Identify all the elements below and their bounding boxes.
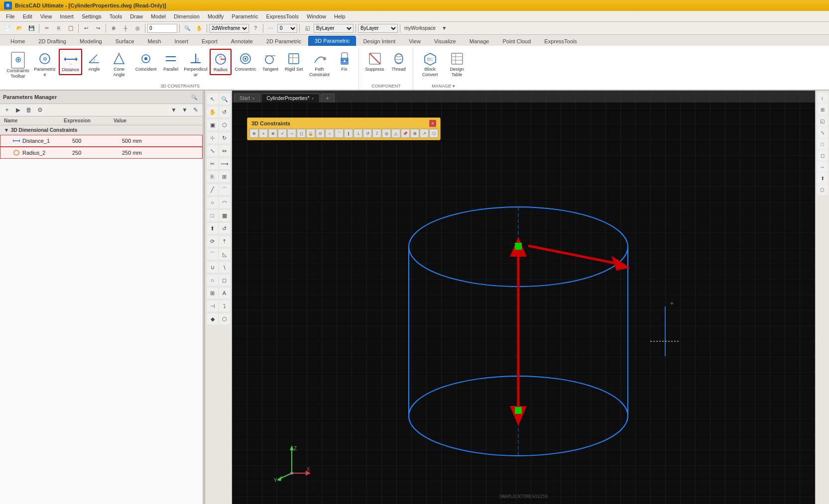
menu-item-tools[interactable]: Tools (106, 12, 126, 20)
ribbon-tool-parametrize[interactable]: ⚙ Parametrize (32, 49, 58, 80)
tab-modeling[interactable]: Modeling (73, 36, 109, 46)
params-delete-btn[interactable]: 🗑 (24, 105, 34, 114)
toolbar-layer[interactable]: ◱ (302, 23, 313, 33)
tool-intersect[interactable]: ∩ (207, 275, 218, 286)
params-filter1-btn[interactable]: ▼ (169, 105, 179, 114)
ribbon-tool-radius[interactable]: R Radius (210, 49, 232, 75)
tab-surface[interactable]: Surface (109, 36, 141, 46)
params-group-3d-dimensional[interactable]: ▼ 3D Dimensional Constraints (0, 125, 203, 135)
ribbon-tool-block-convert[interactable]: BC Block Convert (417, 49, 443, 80)
cp-tool-1[interactable]: ⊕ (249, 129, 258, 138)
ribbon-tool-tangent[interactable]: Tangent (259, 49, 281, 74)
toolbar-undo[interactable]: ↩ (81, 23, 92, 33)
tool-text[interactable]: A (219, 288, 230, 299)
cp-tool-2[interactable]: × (259, 129, 268, 138)
cp-tool-18[interactable]: ⊞ (410, 129, 419, 138)
tool-solid[interactable]: ◆ (207, 313, 218, 324)
ribbon-tool-suppress[interactable]: Suppress (363, 49, 387, 74)
constraints-panel-close-btn[interactable]: × (429, 120, 436, 127)
params-run-btn[interactable]: ▶ (13, 105, 23, 114)
rs-btn-5[interactable]: □ (817, 138, 828, 149)
tab-2d-drafting[interactable]: 2D Drafting (32, 36, 73, 46)
toolbar-help[interactable]: ? (250, 23, 261, 33)
toolbar-zoom[interactable]: 🔍 (182, 23, 193, 33)
tool-extrude[interactable]: ⬆ (207, 223, 218, 234)
params-filter2-btn[interactable]: ▼ (180, 105, 190, 114)
ribbon-tool-angle[interactable]: Angle (83, 49, 105, 74)
toolbar-polar[interactable]: ◎ (132, 23, 143, 33)
toolbar-snap[interactable]: ⊕ (108, 23, 119, 33)
toolbar-ortho[interactable]: ┼ (120, 23, 131, 33)
coord-input2[interactable]: 0 (277, 24, 297, 33)
tool-union[interactable]: ∪ (207, 262, 218, 273)
cp-tool-15[interactable]: ◎ (382, 129, 391, 138)
cp-tool-16[interactable]: △ (391, 129, 400, 138)
cp-tool-17[interactable]: 📌 (401, 129, 410, 138)
cp-tool-13[interactable]: ↺ (363, 129, 372, 138)
cp-tool-8[interactable]: ⊙ (316, 129, 325, 138)
tool-chamfer[interactable]: ◺ (219, 249, 230, 260)
menu-item-settings[interactable]: Settings (78, 12, 106, 20)
ribbon-tool-perpendicular[interactable]: Perpendicular (183, 49, 209, 80)
menu-item-edit[interactable]: Edit (19, 12, 36, 20)
menu-item-modify[interactable]: Modify (204, 12, 228, 20)
tab-home[interactable]: Home (4, 36, 31, 46)
ribbon-tool-path-constraint[interactable]: Path Constraint (307, 49, 333, 80)
tool-arc[interactable]: ◠ (219, 197, 230, 208)
ribbon-tool-cone-angle[interactable]: Cone Angle (106, 49, 132, 80)
rs-btn-2[interactable]: ⊞ (817, 104, 828, 115)
tool-trim[interactable]: ✂ (207, 158, 218, 169)
tool-hatch[interactable]: ▦ (219, 210, 230, 221)
tab-manage[interactable]: Manage (463, 36, 496, 46)
coord-input[interactable] (147, 24, 177, 33)
tool-leader[interactable]: ⤵ (219, 301, 230, 311)
tool-pan2[interactable]: ✋ (207, 106, 218, 117)
cp-tool-20[interactable]: ⬡ (429, 129, 438, 138)
tab-visualize[interactable]: Visualize (428, 36, 463, 46)
tool-rect[interactable]: □ (207, 210, 218, 221)
menu-item-expresstools[interactable]: ExpressTools (262, 12, 303, 20)
cp-tool-6[interactable]: ◻ (297, 129, 306, 138)
param-row-radius2[interactable]: Radius_2 250 250 mm (0, 147, 203, 159)
rs-btn-8[interactable]: ⬆ (817, 173, 828, 184)
tool-3dbox[interactable]: ⬡ (219, 119, 230, 130)
tab-mesh[interactable]: Mesh (141, 36, 168, 46)
view-select[interactable]: 2dWireframe 3dWireframe Realistic (209, 24, 249, 33)
ribbon-tool-design-table[interactable]: Design Table (444, 49, 470, 80)
toolbar-more1[interactable]: ⋯ (265, 23, 276, 33)
tool-polyline[interactable]: ⌒ (219, 184, 230, 195)
menu-item-model[interactable]: Model (147, 12, 170, 20)
rs-btn-3[interactable]: ◱ (817, 115, 828, 126)
params-edit-btn[interactable]: ✎ (191, 105, 201, 114)
ribbon-tool-constraints-toolbar[interactable]: ⊕ Constraints Toolbar (5, 49, 31, 83)
toolbar-open[interactable]: 📂 (14, 23, 25, 33)
cp-tool-14[interactable]: ⤴ (372, 129, 381, 138)
ribbon-tool-parallel[interactable]: Parallel (160, 49, 182, 74)
linetype-select[interactable]: ByLayer (358, 24, 398, 33)
param-row-distance1[interactable]: Distance_1 500 500 mm (0, 135, 203, 147)
tab-expresstools[interactable]: ExpressTools (538, 36, 583, 46)
tool-loft[interactable]: ⇡ (219, 236, 230, 247)
toolbar-save[interactable]: 💾 (26, 23, 37, 33)
tool-rotate[interactable]: ↻ (219, 132, 230, 143)
tool-orbit[interactable]: ↺ (219, 106, 230, 117)
tool-selection[interactable]: ▣ (207, 119, 218, 130)
tool-copy2[interactable]: ⎘ (207, 171, 218, 182)
toolbar-paste[interactable]: 📋 (65, 23, 76, 33)
menu-item-file[interactable]: File (2, 12, 19, 20)
ribbon-tool-concentric[interactable]: Concentric (233, 49, 258, 74)
tool-revolve[interactable]: ↺ (219, 223, 230, 234)
tab-annotate[interactable]: Annotate (225, 36, 259, 46)
tool-mirror[interactable]: ⇔ (219, 145, 230, 156)
cp-tool-3[interactable]: ⊗ (268, 129, 277, 138)
params-add-btn[interactable]: + (2, 105, 12, 114)
tool-scale[interactable]: ⤡ (207, 145, 218, 156)
params-manager-search[interactable]: 🔍 (189, 92, 200, 102)
tab-insert[interactable]: Insert (168, 36, 195, 46)
tab-export[interactable]: Export (195, 36, 224, 46)
tab-view[interactable]: View (402, 36, 427, 46)
toolbar-cut[interactable]: ✂ (41, 23, 52, 33)
tool-table[interactable]: ⊞ (207, 288, 218, 299)
cp-tool-12[interactable]: ⊥ (354, 129, 362, 138)
menu-item-window[interactable]: Window (303, 12, 330, 20)
